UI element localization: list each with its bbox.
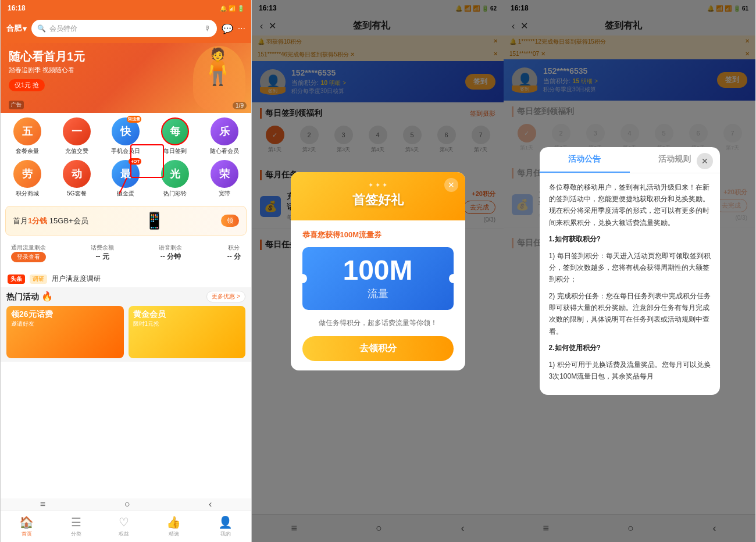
fire-icon: 🔥 bbox=[41, 291, 53, 301]
alarm-icon: 🔔 bbox=[220, 5, 227, 12]
popup-subtitle: 恭喜您获得100M流量券 bbox=[302, 230, 454, 240]
icon-points-mall[interactable]: 劳 积分商城 bbox=[11, 160, 44, 198]
icon-label-4: 每日签到 bbox=[163, 147, 187, 155]
mic-icon: 🎙 bbox=[204, 24, 211, 33]
bottom-nav: 🏠 首页 ☰ 分类 ♡ 权益 👍 精选 👤 我的 bbox=[1, 510, 251, 542]
icon-label-7: 5G套餐 bbox=[67, 190, 86, 198]
activity-cards: 领26元话费 邀请好友 黄金会员 限时1元抢 bbox=[6, 306, 245, 358]
time-1: 16:18 bbox=[8, 4, 26, 12]
popup-title: 首签好礼 bbox=[302, 191, 454, 209]
activity-card-2[interactable]: 黄金会员 限时1元抢 bbox=[129, 306, 246, 358]
popup-desc: 做任务得积分，超多话费流量等你领！ bbox=[302, 318, 454, 328]
home-icon: 🏠 bbox=[19, 515, 34, 529]
plan-text: 首月1分钱 15GB+会员 bbox=[13, 216, 88, 225]
nav-benefits-label: 权益 bbox=[119, 530, 129, 538]
phone2: 16:13 🔔 📶 📶 🔋 62 ‹ ✕ 签到有礼 🔔 羽获得10积分 ✕ 15… bbox=[252, 0, 504, 542]
icon-circle-3: 快 限流量 bbox=[112, 117, 140, 145]
icon-circle-6: 劳 bbox=[13, 160, 41, 188]
hot-activities: 热门活动 🔥 更多优惠 > 领26元话费 邀请好友 黄金会员 限时1元抢 bbox=[1, 287, 251, 362]
quick-icons-row1: 五 套餐余量 一 充值交费 快 限流量 手机会员日 每 每日签到 乐 随心看会员 bbox=[1, 113, 251, 158]
status-bar-1: 16:18 🔔 📶 🔋 bbox=[1, 0, 251, 16]
rules-text-content: 各位尊敬的移动用户，签到有礼活动升级归来！在新的签到活动中，您能更便捷地获取积分… bbox=[549, 181, 711, 383]
icon-circle-10: 荣 bbox=[211, 160, 238, 188]
home-btn[interactable]: ○ bbox=[124, 499, 130, 509]
icon-label-5: 随心看会员 bbox=[210, 147, 239, 155]
plan-claim-button[interactable]: 领 bbox=[221, 215, 239, 227]
more-button[interactable]: 更多优惠 > bbox=[206, 291, 245, 302]
icon-ringtone[interactable]: 光 热门彩铃 bbox=[159, 160, 191, 198]
coupon-card: 100M 流量 bbox=[302, 247, 454, 310]
activity-card-1[interactable]: 领26元话费 邀请好友 bbox=[6, 306, 124, 358]
icon-label-8: 砸金蛋 bbox=[117, 190, 134, 198]
rules-tabs: 活动公告 活动规则 bbox=[540, 147, 720, 173]
profile-icon: 👤 bbox=[218, 515, 233, 529]
icon-circle-5: 乐 bbox=[211, 117, 238, 145]
icon-broadband[interactable]: 荣 宽带 bbox=[208, 160, 241, 198]
rules-body: 各位尊敬的移动用户，签到有礼活动升级归来！在新的签到活动中，您能更便捷地获取积分… bbox=[540, 173, 720, 395]
banner-ad-label: 广告 bbox=[9, 101, 24, 109]
phone1: 16:18 🔔 📶 🔋 合肥 ▾ 🔍 会员特价 🎙 💬 ··· bbox=[0, 0, 252, 542]
hot-title: 热门活动 bbox=[6, 292, 39, 301]
popup-ribbon: ✦ ✦ ✦ bbox=[302, 181, 454, 189]
nav-profile[interactable]: 👤 我的 bbox=[218, 515, 233, 538]
popup-close-button[interactable]: ✕ bbox=[444, 178, 458, 192]
icon-5g[interactable]: 动 5G套餐 bbox=[60, 160, 93, 198]
coupon-amount: 100M bbox=[343, 256, 412, 284]
popup-header: ✦ ✦ ✦ 首签好礼 ✕ bbox=[291, 172, 465, 220]
news-bar: 头条 调研 用户满意度调研 bbox=[1, 270, 251, 287]
popup-overlay: ✦ ✦ ✦ 首签好礼 ✕ 恭喜您获得100M流量券 100M 流量 做任务得积分… bbox=[252, 0, 504, 542]
icon-label-3: 手机会员日 bbox=[111, 147, 140, 155]
nav-category[interactable]: ☰ 分类 bbox=[71, 515, 81, 538]
nav-profile-label: 我的 bbox=[220, 530, 231, 538]
status-icons-1: 🔔 📶 🔋 bbox=[220, 5, 244, 12]
headline-tag: 头条 bbox=[8, 274, 25, 284]
rules-card: ✕ 活动公告 活动规则 各位尊敬的移动用户，签到有礼活动升级归来！在新的签到活动… bbox=[540, 147, 720, 395]
featured-icon: 👍 bbox=[166, 515, 181, 529]
data-row: 通用流量剩余 登录查看 话费余额 -- 元 语音剩余 -- 分钟 积分 -- 分 bbox=[5, 239, 247, 267]
icon-label-9: 热门彩铃 bbox=[163, 190, 187, 198]
quick-icons-row2: 劳 积分商城 动 5G套餐 最 HOT 砸金蛋 光 热门彩铃 荣 宽带 bbox=[1, 158, 251, 202]
more-icon[interactable]: ··· bbox=[238, 23, 245, 34]
rules-close-button[interactable]: ✕ bbox=[697, 153, 713, 169]
banner-cta[interactable]: 仅1元 抢 bbox=[9, 79, 45, 91]
icon-label-10: 宽带 bbox=[219, 190, 230, 198]
data-balance: 话费余额 -- 元 bbox=[91, 244, 114, 262]
badge-new: 限流量 bbox=[127, 116, 141, 123]
message-icon[interactable]: 💬 bbox=[222, 23, 233, 34]
coupon-type: 流量 bbox=[312, 287, 444, 301]
search-box[interactable]: 🔍 会员特价 🎙 bbox=[31, 20, 217, 37]
nav-category-label: 分类 bbox=[71, 530, 81, 538]
icon-member[interactable]: 乐 随心看会员 bbox=[208, 117, 241, 155]
login-button[interactable]: 登录查看 bbox=[11, 252, 46, 262]
plan-icon: 📱 bbox=[144, 211, 165, 230]
icon-package-balance[interactable]: 五 套餐余量 bbox=[11, 117, 44, 155]
icon-daily-checkin[interactable]: 每 每日签到 bbox=[159, 117, 191, 155]
icon-jackpot[interactable]: 最 HOT 砸金蛋 bbox=[109, 160, 142, 198]
icon-circle-7: 动 bbox=[63, 160, 91, 188]
wifi-icon: 🔋 bbox=[237, 5, 244, 12]
nav-featured[interactable]: 👍 精选 bbox=[166, 515, 181, 538]
icon-circle-2: 一 bbox=[63, 117, 91, 145]
icon-label-6: 积分商城 bbox=[16, 190, 39, 198]
icon-label-2: 充值交费 bbox=[65, 147, 88, 155]
plan-banner: 首月1分钱 15GB+会员 📱 领 bbox=[5, 206, 247, 236]
category-icon: ☰ bbox=[71, 515, 81, 529]
phone3: 16:18 🔔 📶 📶 🔋 61 ‹ ✕ 签到有礼 🔔 1******12完成每… bbox=[504, 0, 755, 542]
signal-icon: 📶 bbox=[229, 5, 236, 12]
tab-announcement[interactable]: 活动公告 bbox=[540, 147, 630, 173]
main-banner: 随心看首月1元 踏春追剧季 视频随心看 仅1元 抢 🧍 广告 1/9 bbox=[1, 43, 251, 113]
chevron-down-icon: ▾ bbox=[23, 24, 27, 33]
icon-circle-1: 五 bbox=[13, 117, 41, 145]
news-text: 用户满意度调研 bbox=[52, 274, 101, 284]
nav-home[interactable]: 🏠 首页 bbox=[19, 515, 34, 538]
icon-member-day[interactable]: 快 限流量 手机会员日 bbox=[109, 117, 142, 155]
popup-claim-button[interactable]: 去领积分 bbox=[302, 336, 454, 361]
nav-benefits[interactable]: ♡ 权益 bbox=[119, 515, 129, 538]
location-button[interactable]: 合肥 ▾ bbox=[6, 23, 27, 34]
popup-card: ✦ ✦ ✦ 首签好礼 ✕ 恭喜您获得100M流量券 100M 流量 做任务得积分… bbox=[291, 172, 465, 370]
app-header: 合肥 ▾ 🔍 会员特价 🎙 💬 ··· bbox=[1, 16, 251, 43]
popup-body: 恭喜您获得100M流量券 100M 流量 做任务得积分，超多话费流量等你领！ 去… bbox=[291, 220, 465, 370]
icon-recharge[interactable]: 一 充值交费 bbox=[60, 117, 93, 155]
menu-btn[interactable]: ≡ bbox=[40, 499, 45, 509]
back-btn[interactable]: ‹ bbox=[209, 499, 212, 509]
